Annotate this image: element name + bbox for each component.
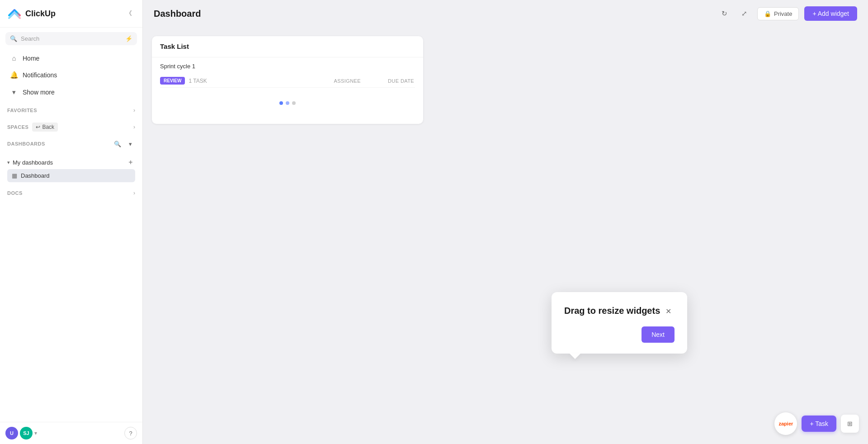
my-dashboards-label: My dashboards (13, 159, 53, 166)
sidebar-header: ClickUp 《 (0, 0, 142, 28)
expand-button[interactable]: ⤢ (737, 6, 752, 21)
search-dashboards-button[interactable]: 🔍 (113, 139, 123, 149)
add-task-label: + Task (810, 420, 828, 427)
spaces-left: SPACES ↩ Back (7, 123, 58, 132)
docs-section-header[interactable]: DOCS › (0, 186, 142, 200)
tooltip-footer: Next (564, 326, 675, 343)
widget-title: Task List (160, 43, 189, 50)
spaces-title: SPACES (7, 124, 28, 130)
search-icon: 🔍 (10, 35, 17, 42)
widget-header: Task List (152, 36, 423, 57)
loading-dot-1 (279, 101, 283, 105)
lock-icon: 🔒 (764, 10, 771, 17)
my-dashboards-chevron-icon: ▾ (7, 160, 10, 165)
favorites-arrow-icon: › (133, 107, 135, 113)
chevron-down-icon: ▾ (10, 88, 18, 96)
task-columns-row: REVIEW 1 TASK ASSIGNEE DUE DATE (160, 74, 415, 88)
sprint-section: Sprint cycle 1 REVIEW 1 TASK ASSIGNEE DU… (152, 57, 423, 124)
drag-resize-tooltip: Drag to resize widgets ✕ Next (552, 292, 687, 354)
task-count: 1 TASK (189, 78, 207, 84)
add-widget-label: + Add widget (812, 10, 849, 17)
help-button[interactable]: ? (124, 427, 137, 439)
back-button[interactable]: ↩ Back (32, 123, 58, 132)
home-label: Home (23, 55, 39, 62)
loading-dot-3 (292, 101, 296, 105)
show-more-label: Show more (23, 89, 55, 96)
search-placeholder: Search (21, 35, 122, 42)
grid-icon: ⊞ (847, 420, 853, 427)
sidebar-bottom: U SJ ▾ ? (0, 422, 142, 444)
collapse-button[interactable]: 《 (123, 7, 135, 20)
avatar-u[interactable]: U (5, 427, 18, 439)
bottom-right-panel: zapier + Task ⊞ (774, 412, 859, 435)
dashboards-section: DASHBOARDS 🔍 ▾ (0, 135, 142, 154)
collapse-dashboards-button[interactable]: ▾ (125, 139, 135, 149)
sidebar-item-notifications[interactable]: 🔔 Notifications (3, 67, 140, 83)
home-icon: ⌂ (10, 54, 18, 62)
avatar-caret-icon[interactable]: ▾ (34, 430, 37, 436)
lightning-icon: ⚡ (125, 35, 132, 42)
spaces-arrow-icon: › (133, 124, 135, 130)
favorites-section-header[interactable]: FAVORITES › (0, 104, 142, 117)
docs-arrow-icon: › (133, 190, 135, 196)
my-dashboards-header[interactable]: ▾ My dashboards + (7, 156, 135, 169)
zapier-label: zapier (778, 421, 793, 426)
sidebar-item-home[interactable]: ⌂ Home (3, 50, 140, 66)
dashboard-area: Task List Sprint cycle 1 REVIEW 1 TASK A… (143, 27, 868, 444)
logo-text: ClickUp (25, 9, 56, 19)
page-title: Dashboard (154, 9, 201, 19)
logo[interactable]: ClickUp (7, 6, 56, 21)
refresh-button[interactable]: ↻ (717, 6, 732, 21)
sidebar-item-show-more[interactable]: ▾ Show more (3, 84, 140, 100)
main-content: Dashboard ↻ ⤢ 🔒 Private + Add widget Tas… (143, 0, 868, 444)
sidebar: ClickUp 《 🔍 Search ⚡ ⌂ Home 🔔 Notificati… (0, 0, 143, 444)
bell-icon: 🔔 (10, 71, 18, 79)
my-dashboards-left: ▾ My dashboards (7, 159, 53, 166)
private-button[interactable]: 🔒 Private (757, 7, 799, 20)
dashboard-item-label: Dashboard (21, 172, 50, 179)
dashboards-actions: 🔍 ▾ (113, 139, 135, 149)
notifications-label: Notifications (23, 71, 57, 79)
dashboard-grid-icon: ▦ (12, 172, 17, 179)
avatar-group: U SJ ▾ (5, 427, 37, 439)
back-label: Back (42, 124, 54, 130)
review-badge: REVIEW (160, 77, 185, 85)
avatar-sj[interactable]: SJ (20, 427, 33, 439)
spaces-section-header: SPACES ↩ Back › (0, 119, 142, 135)
favorites-title: FAVORITES (7, 108, 37, 113)
dashboards-header: DASHBOARDS 🔍 ▾ (7, 139, 135, 149)
sprint-title: Sprint cycle 1 (160, 63, 415, 70)
top-bar: Dashboard ↻ ⤢ 🔒 Private + Add widget (143, 0, 868, 27)
docs-title: DOCS (7, 190, 23, 196)
tooltip-header: Drag to resize widgets ✕ (564, 305, 675, 317)
assignee-column-header: ASSIGNEE (334, 78, 361, 84)
tooltip-title: Drag to resize widgets (564, 305, 660, 316)
back-arrow-icon: ↩ (36, 124, 40, 130)
add-task-button[interactable]: + Task (802, 416, 836, 432)
grid-view-button[interactable]: ⊞ (841, 415, 859, 433)
dashboard-list-item[interactable]: ▦ Dashboard (7, 169, 135, 182)
search-bar[interactable]: 🔍 Search ⚡ (5, 32, 137, 45)
private-label: Private (774, 10, 792, 17)
next-button[interactable]: Next (642, 326, 675, 343)
my-dashboards: ▾ My dashboards + ▦ Dashboard (0, 154, 142, 184)
dashboards-title: DASHBOARDS (7, 141, 45, 146)
add-widget-button[interactable]: + Add widget (804, 6, 857, 21)
tooltip-close-button[interactable]: ✕ (662, 305, 675, 317)
loading-indicator (160, 88, 415, 118)
task-list-widget: Task List Sprint cycle 1 REVIEW 1 TASK A… (152, 36, 423, 124)
loading-dot-2 (286, 101, 289, 105)
add-dashboard-button[interactable]: + (126, 158, 135, 167)
top-bar-actions: ↻ ⤢ 🔒 Private + Add widget (717, 6, 857, 21)
zapier-button[interactable]: zapier (774, 412, 797, 435)
due-date-column-header: DUE DATE (388, 78, 415, 84)
